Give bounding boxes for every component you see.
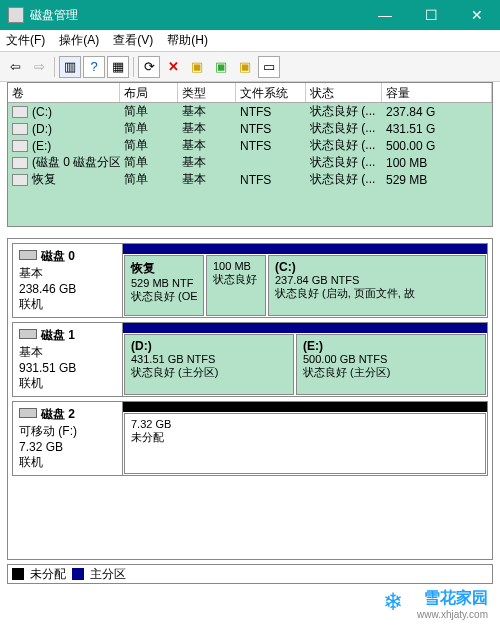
col-filesystem[interactable]: 文件系统 [236,83,306,102]
content: 卷 布局 类型 文件系统 状态 容量 (C:)简单基本NTFS状态良好 (...… [0,82,500,588]
watermark-name: 雪花家园 [417,588,488,609]
delete-button[interactable]: ✕ [162,56,184,78]
disk-row: 磁盘 2可移动 (F:)7.32 GB联机7.32 GB未分配 [12,401,488,476]
partition[interactable]: (E:)500.00 GB NTFS状态良好 (主分区) [296,334,486,395]
refresh-button[interactable]: ⟳ [138,56,160,78]
menu-file[interactable]: 文件(F) [6,32,45,49]
tool-button-1[interactable]: ▣ [186,56,208,78]
tool-button-3[interactable]: ▣ [234,56,256,78]
disk-icon [19,250,37,260]
app-icon [8,7,24,23]
disk-row: 磁盘 0基本238.46 GB联机恢复529 MB NTF状态良好 (OE100… [12,243,488,318]
tool-button-2[interactable]: ▣ [210,56,232,78]
col-type[interactable]: 类型 [178,83,236,102]
table-header: 卷 布局 类型 文件系统 状态 容量 [8,83,492,103]
window-title: 磁盘管理 [30,7,78,24]
snowflake-icon: ❄ [383,590,411,618]
disk-map-pane: 磁盘 0基本238.46 GB联机恢复529 MB NTF状态良好 (OE100… [7,238,493,560]
back-button[interactable]: ⇦ [4,56,26,78]
menubar: 文件(F) 操作(A) 查看(V) 帮助(H) [0,30,500,52]
disk-header[interactable]: 磁盘 2可移动 (F:)7.32 GB联机 [13,402,123,475]
tool-button-4[interactable]: ▭ [258,56,280,78]
legend-swatch-primary [72,568,84,580]
disk-header[interactable]: 磁盘 1基本931.51 GB联机 [13,323,123,396]
legend-swatch-unallocated [12,568,24,580]
disk-icon [19,329,37,339]
legend-unallocated: 未分配 [30,566,66,583]
watermark-url: www.xhjaty.com [417,609,488,620]
disk-header[interactable]: 磁盘 0基本238.46 GB联机 [13,244,123,317]
partition[interactable]: (D:)431.51 GB NTFS状态良好 (主分区) [124,334,294,395]
legend: 未分配 主分区 [7,564,493,584]
help-button[interactable]: ? [83,56,105,78]
volume-list-pane: 卷 布局 类型 文件系统 状态 容量 (C:)简单基本NTFS状态良好 (...… [7,82,493,227]
toolbar: ⇦ ⇨ ▥ ? ▦ ⟳ ✕ ▣ ▣ ▣ ▭ [0,52,500,82]
disk-row: 磁盘 1基本931.51 GB联机(D:)431.51 GB NTFS状态良好 … [12,322,488,397]
table-row[interactable]: (C:)简单基本NTFS状态良好 (...237.84 G [8,103,492,120]
col-status[interactable]: 状态 [306,83,382,102]
minimize-button[interactable]: — [362,0,408,30]
forward-button[interactable]: ⇨ [28,56,50,78]
col-layout[interactable]: 布局 [120,83,178,102]
table-row[interactable]: (E:)简单基本NTFS状态良好 (...500.00 G [8,137,492,154]
maximize-button[interactable]: ☐ [408,0,454,30]
menu-view[interactable]: 查看(V) [113,32,153,49]
partition[interactable]: (C:)237.84 GB NTFS状态良好 (启动, 页面文件, 故 [268,255,486,316]
table-row[interactable]: 恢复简单基本NTFS状态良好 (...529 MB [8,171,492,188]
table-row[interactable]: (磁盘 0 磁盘分区 2)简单基本状态良好 (...100 MB [8,154,492,171]
view-button-2[interactable]: ▦ [107,56,129,78]
partition[interactable]: 7.32 GB未分配 [124,413,486,474]
menu-help[interactable]: 帮助(H) [167,32,208,49]
col-capacity[interactable]: 容量 [382,83,492,102]
partition[interactable]: 恢复529 MB NTF状态良好 (OE [124,255,204,316]
legend-primary: 主分区 [90,566,126,583]
watermark: ❄ 雪花家园 www.xhjaty.com [379,586,492,622]
col-volume[interactable]: 卷 [8,83,120,102]
titlebar: 磁盘管理 — ☐ ✕ [0,0,500,30]
view-button-1[interactable]: ▥ [59,56,81,78]
disk-icon [19,408,37,418]
table-row[interactable]: (D:)简单基本NTFS状态良好 (...431.51 G [8,120,492,137]
close-button[interactable]: ✕ [454,0,500,30]
menu-action[interactable]: 操作(A) [59,32,99,49]
table-body: (C:)简单基本NTFS状态良好 (...237.84 G(D:)简单基本NTF… [8,103,492,188]
partition[interactable]: 100 MB状态良好 [206,255,266,316]
